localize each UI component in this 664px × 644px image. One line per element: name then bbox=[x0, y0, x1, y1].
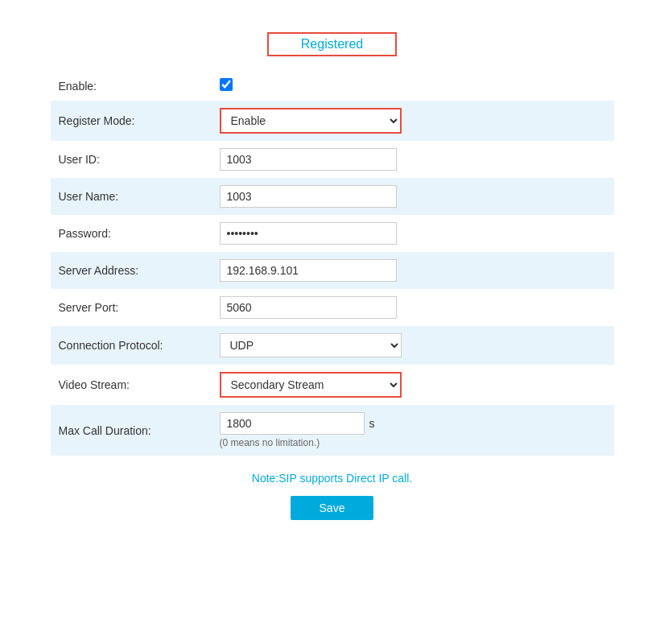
register-mode-label: Register Mode: bbox=[51, 101, 212, 141]
user-name-row: User Name: bbox=[51, 178, 614, 215]
settings-table: Enable: Register Mode: Enable Disable Us… bbox=[51, 71, 614, 456]
server-address-cell bbox=[212, 252, 614, 289]
user-name-input[interactable] bbox=[220, 185, 397, 208]
video-stream-label: Video Stream: bbox=[51, 365, 212, 405]
server-port-cell bbox=[212, 289, 614, 326]
password-label: Password: bbox=[51, 215, 212, 252]
max-call-duration-label: Max Call Duration: bbox=[51, 405, 212, 456]
connection-protocol-label: Connection Protocol: bbox=[51, 326, 212, 365]
user-id-input[interactable] bbox=[220, 148, 397, 171]
duration-hint: (0 means no limitation.) bbox=[220, 437, 606, 448]
password-cell bbox=[212, 215, 614, 252]
max-call-duration-row: Max Call Duration: s (0 means no limitat… bbox=[51, 405, 614, 456]
register-mode-cell: Enable Disable bbox=[212, 101, 614, 141]
max-call-duration-input[interactable] bbox=[220, 412, 365, 435]
register-mode-select[interactable]: Enable Disable bbox=[220, 108, 402, 134]
note-text: Note:SIP supports Direct IP call. bbox=[51, 472, 614, 485]
save-row: Save bbox=[51, 496, 614, 520]
server-address-label: Server Address: bbox=[51, 252, 212, 289]
enable-checkbox[interactable] bbox=[220, 78, 233, 91]
server-port-input[interactable] bbox=[220, 296, 397, 319]
enable-row: Enable: bbox=[51, 71, 614, 101]
connection-protocol-cell: UDP TCP TLS bbox=[212, 326, 614, 365]
save-button[interactable]: Save bbox=[291, 496, 374, 520]
server-address-row: Server Address: bbox=[51, 252, 614, 289]
server-port-row: Server Port: bbox=[51, 289, 614, 326]
user-id-row: User ID: bbox=[51, 141, 614, 178]
video-stream-row: Video Stream: Secondary Stream Main Stre… bbox=[51, 365, 614, 405]
title-row: Registered bbox=[51, 32, 614, 56]
user-name-cell bbox=[212, 178, 614, 215]
enable-cell bbox=[212, 71, 614, 101]
form-title: Registered bbox=[267, 32, 397, 56]
server-address-input[interactable] bbox=[220, 259, 397, 282]
duration-unit: s bbox=[369, 417, 375, 430]
video-stream-select[interactable]: Secondary Stream Main Stream bbox=[220, 372, 402, 398]
enable-label: Enable: bbox=[51, 71, 212, 101]
user-id-cell bbox=[212, 141, 614, 178]
password-input[interactable] bbox=[220, 222, 397, 245]
connection-protocol-select[interactable]: UDP TCP TLS bbox=[220, 333, 402, 357]
duration-row: s bbox=[220, 412, 606, 435]
user-id-label: User ID: bbox=[51, 141, 212, 178]
user-name-label: User Name: bbox=[51, 178, 212, 215]
max-call-duration-cell: s (0 means no limitation.) bbox=[212, 405, 614, 456]
form-container: Registered Enable: Register Mode: Enable… bbox=[27, 16, 638, 544]
server-port-label: Server Port: bbox=[51, 289, 212, 326]
video-stream-cell: Secondary Stream Main Stream bbox=[212, 365, 614, 405]
password-row: Password: bbox=[51, 215, 614, 252]
connection-protocol-row: Connection Protocol: UDP TCP TLS bbox=[51, 326, 614, 365]
register-mode-row: Register Mode: Enable Disable bbox=[51, 101, 614, 141]
